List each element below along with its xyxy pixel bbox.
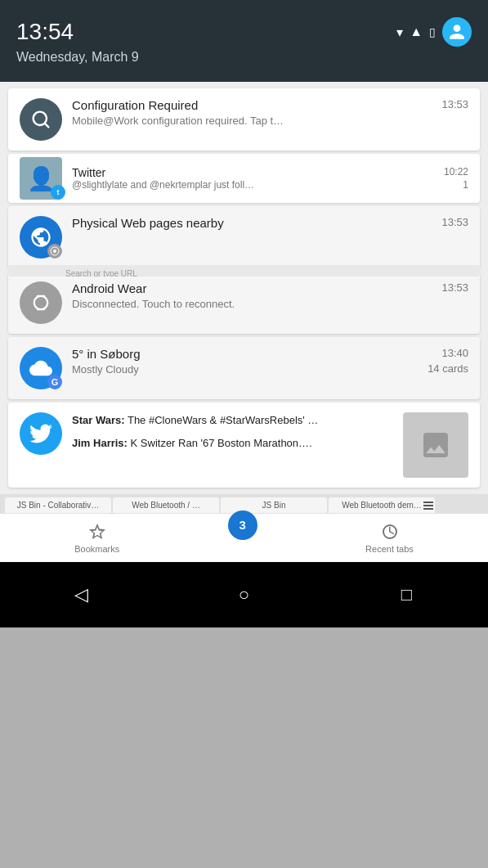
android-wear-icon-wrap: [20, 281, 62, 324]
back-button[interactable]: ◁: [61, 574, 102, 615]
notif-twitter-full[interactable]: Star Wars: The #CloneWars & #StarWarsReb…: [8, 403, 480, 488]
bookmarks-button[interactable]: Bookmarks: [74, 522, 119, 554]
status-date: Wednesday, March 9: [16, 50, 472, 65]
twitter-partial-title: Twitter: [72, 166, 105, 179]
recents-icon: □: [401, 584, 412, 605]
battery-icon: ▯: [429, 25, 436, 38]
android-wear-content: Android Wear 13:53 Disconnected. Touch t…: [72, 281, 468, 310]
browser-tab-4-label: Web Bluetooth dem…: [342, 501, 422, 510]
wifi-icon: ▾: [396, 25, 403, 40]
android-wear-body: Disconnected. Touch to reconnect.: [72, 298, 415, 310]
twitter-full-content: Star Wars: The #CloneWars & #StarWarsReb…: [72, 412, 468, 478]
bookmarks-label: Bookmarks: [74, 544, 119, 554]
config-content: Configuration Required 13:53 Mobile@Work…: [72, 98, 468, 127]
weather-extra: 14 cards: [428, 362, 468, 375]
home-icon: ○: [239, 584, 249, 605]
config-time: 13:53: [441, 98, 468, 110]
weather-title: 5° in Søborg: [72, 347, 435, 361]
config-icon-wrap: [20, 98, 62, 141]
signal-icon: ▲: [410, 25, 423, 39]
notif-weather[interactable]: G 5° in Søborg 13:40 Mostly Cloudy 14 ca…: [8, 337, 480, 399]
weather-content: 5° in Søborg 13:40 Mostly Cloudy 14 card…: [72, 347, 468, 376]
twitter-partial-body: @slightlylate and @nekrtemplar just foll…: [72, 179, 254, 191]
recent-tabs-button[interactable]: Recent tabs: [365, 522, 414, 554]
browser-tab-2[interactable]: Web Bluetooth / …: [113, 497, 219, 513]
tweet2-author: Jim Harris:: [72, 437, 128, 449]
browser-tab-4[interactable]: Web Bluetooth dem…: [329, 497, 435, 513]
tweet1-text: The #CloneWars & #StarWarsRebels' …: [128, 414, 318, 426]
tweet1-author: Star Wars:: [72, 414, 125, 426]
status-time: 13:54: [16, 19, 74, 45]
notifications-area: Configuration Required 13:53 Mobile@Work…: [0, 82, 488, 494]
physical-web-icon-wrap: [20, 216, 62, 259]
chrome-badge: [47, 244, 62, 259]
physical-web-content: Physical Web pages nearby 13:53: [72, 216, 468, 230]
weather-icon-wrap: G: [20, 347, 62, 389]
config-title: Configuration Required: [72, 98, 435, 112]
notif-config[interactable]: Configuration Required 13:53 Mobile@Work…: [8, 88, 480, 151]
user-avatar[interactable]: [442, 17, 472, 47]
chrome-bottom-bar: Bookmarks 3 Recent tabs: [0, 513, 488, 562]
weather-time: 13:40: [441, 347, 468, 359]
android-wear-time: 13:53: [441, 281, 468, 294]
svg-point-0: [53, 250, 56, 253]
twitter-partial-time: 10:22: [444, 166, 468, 179]
twitter-partial-content: Twitter 10:22 @slightlylate and @nekrtem…: [72, 166, 468, 191]
home-button[interactable]: ○: [224, 574, 265, 615]
notif-twitter-partial[interactable]: 👤 t Twitter 10:22 @slightlylate and @nek…: [8, 154, 480, 203]
status-icons: ▾ ▲ ▯: [396, 17, 472, 47]
android-wear-title: Android Wear: [72, 281, 435, 295]
recent-tabs-label: Recent tabs: [365, 544, 414, 554]
notif-physical-web[interactable]: Physical Web pages nearby 13:53 Search o…: [8, 206, 480, 268]
twitter-partial-count: 1: [463, 179, 468, 191]
bookmarks-icon: [87, 522, 107, 542]
tweet2-text: K Switzer Ran '67 Boston Marathon….: [131, 437, 312, 449]
twitter-full-icon-wrap: [20, 412, 62, 455]
browser-tab-1[interactable]: JS Bin - Collaborativ…: [5, 497, 111, 513]
browser-tab-3[interactable]: JS Bin: [221, 497, 327, 513]
notif-android-wear[interactable]: Android Wear 13:53 Disconnected. Touch t…: [8, 272, 480, 334]
status-bar: 13:54 ▾ ▲ ▯ Wednesday, March 9: [0, 0, 488, 82]
tab-count-bubble[interactable]: 3: [228, 510, 257, 540]
physical-web-title: Physical Web pages nearby: [72, 216, 435, 230]
physical-web-time: 13:53: [441, 216, 468, 228]
tab-count: 3: [239, 518, 245, 532]
system-nav: ◁ ○ □: [0, 562, 488, 627]
config-body: Mobile@Work configuration required. Tap …: [72, 115, 415, 127]
recents-button[interactable]: □: [387, 574, 428, 615]
recent-tabs-icon: [379, 522, 399, 542]
back-icon: ◁: [74, 584, 88, 605]
weather-body: Mostly Cloudy: [72, 363, 139, 376]
google-badge: G: [47, 375, 62, 389]
